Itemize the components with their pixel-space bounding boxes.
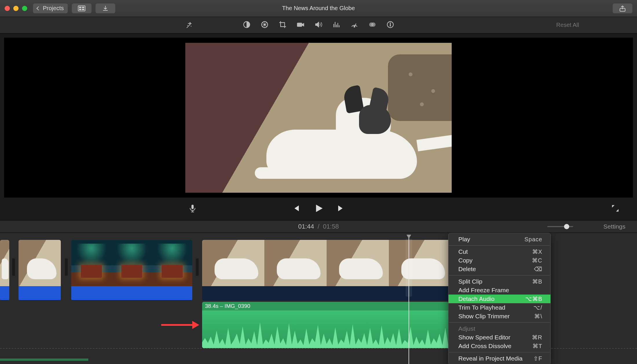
share-button[interactable] [613,3,632,13]
menu-item-shortcut: ⌘B [532,278,542,285]
menu-item[interactable]: Copy⌘C [449,256,550,265]
viewer [0,34,637,220]
menu-item[interactable]: Delete⌫ [449,265,550,273]
timeline-clip[interactable] [71,240,192,301]
timecode-display: 01:44 / 01:58 [298,223,339,230]
zoom-window-button[interactable] [22,6,27,11]
fullscreen-button[interactable] [611,204,620,214]
crop-button[interactable] [279,21,287,30]
microphone-icon [188,204,197,213]
previous-frame-button[interactable] [292,204,300,214]
menu-item-shortcut: ⌘C [532,257,542,264]
menu-item-shortcut: ⌥/ [533,304,542,311]
menu-item-shortcut: ⌥⌘B [525,295,542,302]
menu-item[interactable]: Show Speed Editor⌘R [449,333,550,342]
voiceover-record-button[interactable] [188,204,197,214]
detached-audio-clip[interactable]: 38.4s – IMG_0390 [202,302,451,348]
overlap-circles-icon [368,21,376,29]
menu-item-shortcut: ⌘T [532,343,542,350]
menu-item-label: Add Cross Dissolve [458,343,511,350]
timeline-header: 01:44 / 01:58 Settings [0,220,637,233]
enhance-button[interactable] [185,21,193,29]
menu-item-shortcut: ⌫ [534,266,542,273]
projects-label: Projects [43,5,64,12]
timeline-clip[interactable] [202,240,451,301]
projects-back-button[interactable]: Projects [33,3,68,13]
menu-item[interactable]: Reveal in Project Media⇧F [449,354,550,363]
minimize-window-button[interactable] [13,6,19,11]
timeline-zoom-slider[interactable] [547,220,573,233]
menu-item[interactable]: Add Cross Dissolve⌘T [449,342,550,350]
camera-icon [296,21,305,29]
menu-item-label: Show Clip Trimmer [458,313,510,320]
color-balance-button[interactable] [243,21,251,30]
menu-item-label: Play [458,236,470,243]
menu-item[interactable]: Split Clip⌘B [449,277,550,286]
svg-rect-15 [390,24,391,26]
equalizer-icon [332,21,341,29]
volume-icon [314,21,323,29]
menu-item[interactable]: Detach Audio⌥⌘B [449,295,550,303]
window-controls [5,6,27,11]
slider-knob[interactable] [564,224,569,229]
close-window-button[interactable] [5,6,10,11]
menu-item-label: Cut [458,248,468,255]
menu-item-shortcut: ⇧F [533,355,542,362]
svg-rect-1 [79,7,81,8]
trim-handle[interactable] [12,258,15,276]
timeline-clip[interactable] [0,240,9,301]
menu-item[interactable]: Show Clip Trimmer⌘\ [449,312,550,321]
next-frame-button[interactable] [337,204,345,214]
clip-filter-button[interactable] [368,21,376,30]
skip-back-icon [292,204,300,213]
media-library-button[interactable] [72,3,91,13]
play-button[interactable] [314,203,323,214]
preview-viewport[interactable] [4,38,633,198]
menu-item-label: Trim To Playhead [458,304,505,311]
menu-separator [449,245,550,246]
svg-rect-4 [82,9,84,10]
timeline-clip[interactable] [19,240,61,301]
clip-info-button[interactable] [386,21,394,30]
timeline-settings-button[interactable]: Settings [603,223,625,230]
menu-item-shortcut: ⌘X [532,248,542,255]
menu-item-label: Delete [458,266,476,273]
reset-all-button[interactable]: Reset All [556,22,579,28]
adjust-toolbar: Reset All [0,17,637,34]
menu-item-label: Reveal in Project Media [458,355,523,362]
menu-separator [449,322,550,323]
menu-item: Adjust [449,324,550,333]
svg-rect-9 [297,23,302,27]
color-correction-button[interactable] [261,21,269,30]
titlebar: Projects The News Around the Globe [0,0,637,17]
color-wheel-icon [261,21,269,29]
import-media-button[interactable] [96,3,115,13]
menu-item[interactable]: Trim To Playhead⌥/ [449,303,550,312]
skip-forward-icon [337,204,345,213]
crop-icon [279,21,287,29]
menu-item[interactable]: Cut⌘X [449,247,550,256]
noise-eq-button[interactable] [332,21,341,30]
timeline[interactable]: 38.4s – IMG_0390 PlaySpaceCut⌘XCopy⌘CDel… [0,233,637,364]
chevron-left-icon [36,6,41,10]
menu-item-label: Adjust [458,325,475,332]
audio-waveform [202,310,451,348]
clip-context-menu: PlaySpaceCut⌘XCopy⌘CDelete⌫Split Clip⌘BA… [448,233,551,364]
play-icon [314,203,323,213]
playhead-time: 01:44 [298,223,314,230]
speed-button[interactable] [350,21,358,30]
menu-item[interactable]: PlaySpace [449,235,550,244]
trim-handle[interactable] [196,258,199,276]
clip-audio-band [19,286,61,300]
magic-wand-icon [185,21,193,29]
svg-rect-2 [82,7,84,8]
svg-point-14 [390,23,391,23]
menu-item[interactable]: Add Freeze Frame [449,286,550,295]
trim-handle[interactable] [65,258,68,276]
volume-button[interactable] [314,21,323,30]
menu-separator [449,275,550,275]
menu-item-label: Split Clip [458,278,482,285]
stabilization-button[interactable] [296,21,305,30]
timeline-overview-strip[interactable] [0,359,88,361]
menu-item-label: Copy [458,257,473,264]
